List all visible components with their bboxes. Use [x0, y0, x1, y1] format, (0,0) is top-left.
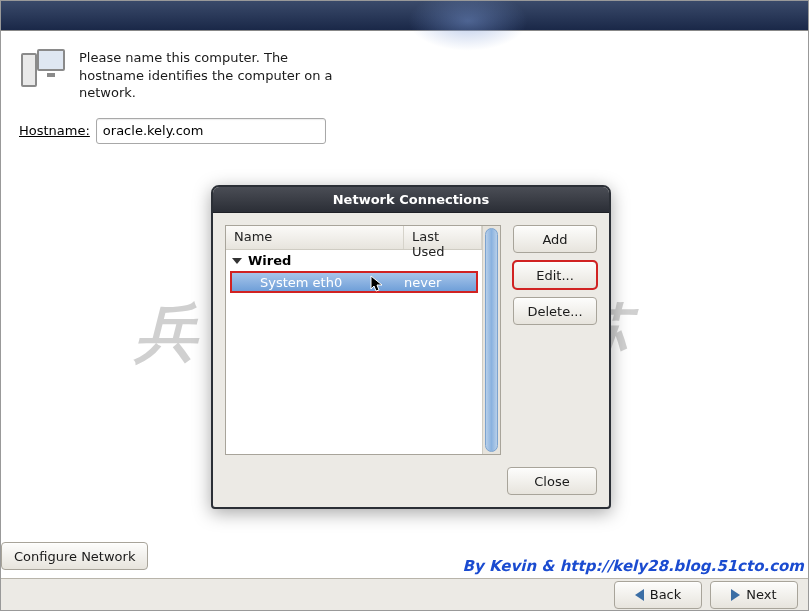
close-button[interactable]: Close — [507, 467, 597, 495]
scrollbar-thumb[interactable] — [485, 228, 498, 452]
hostname-input[interactable] — [96, 118, 326, 144]
installer-page: Please name this computer. The hostname … — [1, 31, 808, 578]
installer-top-bar — [1, 1, 808, 31]
back-label: Back — [650, 587, 682, 602]
add-button[interactable]: Add — [513, 225, 597, 253]
arrow-right-icon — [731, 589, 740, 601]
network-connections-dialog: Network Connections Name Last Used Wired… — [211, 185, 611, 509]
dialog-title: Network Connections — [213, 187, 609, 213]
computer-icon — [19, 49, 65, 89]
nav-bar: Back Next — [1, 578, 808, 610]
next-button[interactable]: Next — [710, 581, 798, 609]
group-label: Wired — [248, 253, 291, 268]
col-last-used[interactable]: Last Used — [404, 226, 482, 249]
connection-row[interactable]: System eth0 never — [230, 271, 478, 293]
configure-network-button[interactable]: Configure Network — [1, 542, 148, 570]
delete-button[interactable]: Delete... — [513, 297, 597, 325]
list-header: Name Last Used — [226, 226, 482, 250]
intro-text: Please name this computer. The hostname … — [79, 49, 339, 102]
arrow-left-icon — [635, 589, 644, 601]
row-last-used: never — [398, 275, 476, 290]
next-label: Next — [746, 587, 776, 602]
back-button[interactable]: Back — [614, 581, 702, 609]
row-name: System eth0 — [232, 275, 398, 290]
scrollbar[interactable] — [482, 226, 500, 454]
edit-button[interactable]: Edit... — [513, 261, 597, 289]
col-name[interactable]: Name — [226, 226, 404, 249]
hostname-label: Hostname: — [19, 123, 90, 138]
connections-list[interactable]: Name Last Used Wired System eth0 never — [225, 225, 501, 455]
expand-triangle-icon[interactable] — [232, 258, 242, 264]
